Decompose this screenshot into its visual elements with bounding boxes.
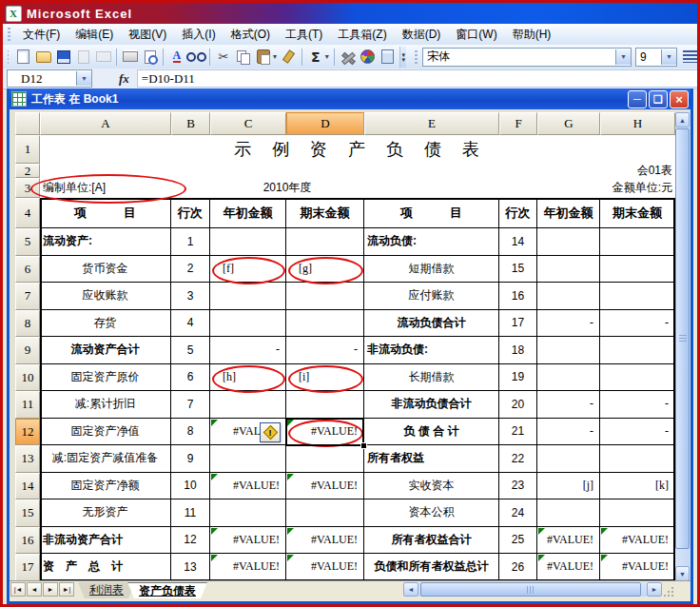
color-wheel-icon[interactable] (358, 48, 378, 67)
cell[interactable] (210, 310, 286, 338)
cell[interactable]: 20 (499, 391, 537, 419)
row-header-15[interactable]: 15 (15, 499, 40, 527)
row-header-2[interactable]: 2 (15, 164, 40, 178)
font-name-dropdown-icon[interactable]: ▼ (615, 49, 631, 65)
cell[interactable]: #VALUE! (210, 473, 286, 500)
menu-item-toolbox[interactable]: 工具箱(Z) (330, 25, 394, 45)
cell[interactable]: 非流动负债合计 (364, 391, 499, 419)
cell[interactable] (600, 445, 675, 473)
cell[interactable]: #VALUE! (537, 527, 600, 555)
pinyin-guide-icon[interactable] (166, 48, 186, 67)
cell[interactable]: 22 (499, 445, 537, 473)
cell[interactable] (210, 391, 286, 419)
open-folder-icon[interactable] (33, 48, 53, 67)
cell[interactable]: [g] (286, 256, 364, 284)
autosum-icon[interactable] (305, 48, 325, 67)
row-header-4[interactable]: 4 (15, 198, 40, 228)
menu-item-format[interactable]: 格式(O) (224, 25, 278, 45)
menu-item-view[interactable]: 视图(V) (121, 25, 174, 45)
row-header-11[interactable]: 11 (15, 391, 40, 419)
save-icon[interactable] (53, 48, 73, 67)
cell[interactable]: 4 (171, 310, 210, 338)
column-header-D[interactable]: D (286, 112, 364, 135)
menu-drag-handle[interactable] (8, 28, 10, 41)
cell[interactable]: - (600, 391, 675, 419)
cell[interactable] (600, 337, 675, 364)
cell[interactable]: 12 (171, 527, 210, 555)
name-box-dropdown-icon[interactable]: ▼ (76, 71, 91, 86)
column-header-H[interactable]: H (600, 112, 675, 135)
cell[interactable]: 固定资产净值 (40, 419, 171, 446)
toolbar-options-chevron-icon[interactable]: ▾▾ (399, 47, 406, 68)
cell[interactable]: [i] (286, 364, 364, 392)
cell[interactable] (600, 256, 675, 284)
cell[interactable]: 9 (171, 445, 210, 473)
cell[interactable] (210, 228, 286, 256)
cell[interactable] (286, 391, 364, 419)
cell[interactable]: [f] (210, 256, 286, 284)
cell[interactable]: 短期借款 (364, 256, 499, 284)
cell[interactable]: 16 (499, 283, 537, 310)
align-left-icon[interactable] (683, 50, 697, 63)
cell[interactable]: 14 (499, 228, 537, 256)
toolbar-drag-handle[interactable] (8, 50, 9, 64)
restore-button[interactable]: ❑ (649, 90, 668, 108)
menu-item-insert[interactable]: 插入(I) (174, 25, 223, 45)
menu-item-data[interactable]: 数据(D) (395, 25, 449, 45)
cell[interactable]: 13 (171, 554, 210, 581)
cell[interactable]: 10 (171, 473, 210, 500)
cell[interactable]: #VALUE! (537, 554, 600, 581)
cell[interactable]: 实收资本 (364, 473, 499, 500)
first-sheet-icon[interactable]: |◄ (10, 582, 26, 597)
cell[interactable]: 应付账款 (364, 283, 499, 310)
menu-item-edit[interactable]: 编辑(E) (68, 25, 121, 45)
row-header-16[interactable]: 16 (15, 527, 40, 555)
cell[interactable]: 2 (171, 256, 210, 284)
cell[interactable]: - (600, 310, 675, 338)
cell[interactable]: 1 (171, 228, 210, 256)
cell[interactable]: 3 (171, 283, 210, 310)
cell[interactable]: 17 (499, 310, 537, 338)
cell[interactable]: 负债和所有者权益总计 (364, 554, 499, 581)
find-icon[interactable] (186, 48, 206, 67)
cell[interactable] (286, 310, 364, 338)
scroll-left-icon[interactable]: ◄ (403, 582, 418, 597)
next-sheet-icon[interactable]: ► (43, 582, 58, 597)
insert-function-icon[interactable]: fx (119, 71, 129, 87)
cell[interactable]: 7 (171, 391, 210, 419)
row-header-8[interactable]: 8 (15, 310, 40, 338)
column-header-E[interactable]: E (364, 112, 499, 135)
menu-item-help[interactable]: 帮助(H) (505, 25, 559, 45)
row-header-10[interactable]: 10 (15, 364, 40, 392)
row-header-9[interactable]: 9 (15, 337, 40, 364)
cell[interactable] (537, 228, 600, 256)
column-header-G[interactable]: G (537, 112, 600, 135)
format-toolbar-drag-handle[interactable] (415, 50, 418, 64)
cell[interactable]: 负 债 合 计 (364, 419, 499, 446)
cell[interactable]: 8 (171, 419, 210, 446)
row-header-7[interactable]: 7 (15, 283, 40, 310)
cell[interactable] (286, 445, 364, 473)
calculator-icon[interactable] (378, 48, 398, 67)
cell[interactable]: 11 (171, 499, 210, 527)
cell[interactable]: 资本公积 (364, 499, 499, 527)
vertical-scrollbar[interactable]: ▲ ▼ (675, 112, 690, 581)
cell[interactable]: - (600, 419, 675, 446)
cell[interactable]: - (286, 337, 364, 364)
print-icon[interactable] (120, 48, 140, 67)
previous-sheet-icon[interactable]: ◄ (27, 582, 42, 597)
cell[interactable] (537, 445, 600, 473)
cell[interactable]: 流动负债: (364, 228, 499, 256)
cell[interactable] (210, 445, 286, 473)
cell[interactable] (537, 499, 600, 527)
row-header-14[interactable]: 14 (15, 473, 40, 500)
cell[interactable]: 应收账款 (40, 283, 171, 310)
cell[interactable]: - (537, 391, 600, 419)
cell[interactable] (286, 499, 364, 527)
cell[interactable]: 减:累计折旧 (40, 391, 171, 419)
paste-icon[interactable] (253, 48, 273, 67)
menu-item-tools[interactable]: 工具(T) (278, 25, 330, 45)
cell[interactable] (600, 364, 675, 392)
sheet-tab-profit[interactable]: 利润表 (78, 582, 135, 598)
cell[interactable]: 减:固定资产减值准备 (40, 445, 171, 473)
